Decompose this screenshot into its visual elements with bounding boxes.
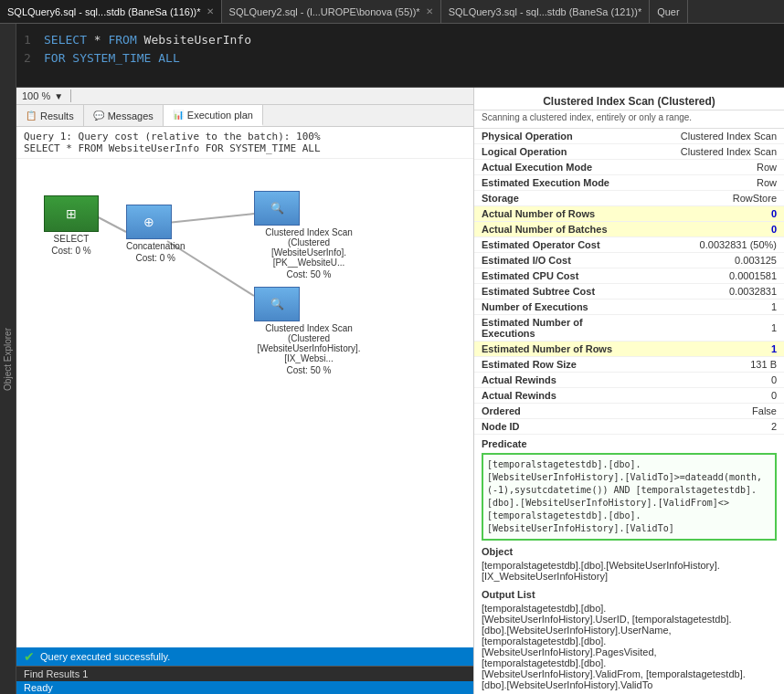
table-row: Number of Executions1	[474, 300, 784, 315]
tab-results-label: Results	[40, 110, 74, 121]
main-area: Object Explorer 12 SELECT * FROM Website…	[0, 24, 784, 694]
output-list-text: [temporalstagetestdb].[dbo]. [WebsiteUse…	[474, 602, 784, 694]
tab-messages-label: Messages	[108, 110, 154, 121]
prop-label: Physical Operation	[474, 129, 644, 144]
prop-value: Clustered Index Scan	[644, 144, 784, 160]
tab-sqlquery6[interactable]: SQLQuery6.sql - sql...stdb (BaneSa (116)…	[0, 0, 222, 23]
prop-value: 2	[644, 419, 784, 435]
table-row: Logical OperationClustered Index Scan	[474, 144, 784, 160]
prop-label: Actual Number of Rows	[474, 206, 644, 222]
prop-value: 1	[644, 300, 784, 315]
object-header: Object	[474, 542, 784, 559]
prop-value: RowStore	[644, 191, 784, 206]
prop-label: Estimated Execution Mode	[474, 175, 644, 191]
prop-value: 0.003125	[644, 253, 784, 268]
table-row: Estimated Number of Rows1	[474, 342, 784, 357]
query-info-line1: Query 1: Query cost (relative to the bat…	[24, 131, 466, 142]
prop-label: Actual Execution Mode	[474, 160, 644, 175]
prop-value: Row	[644, 160, 784, 175]
query-info-line2: SELECT * FROM WebsiteUserInfo FOR SYSTEM…	[24, 142, 466, 154]
prop-label: Ordered	[474, 404, 644, 419]
prop-label: Actual Number of Batches	[474, 222, 644, 237]
status-success-icon: ✔	[24, 649, 35, 664]
prop-value: 0.0001581	[644, 268, 784, 284]
table-row: Estimated Row Size131 B	[474, 357, 784, 373]
result-tabs: 📋 Results 💬 Messages 📊 Execution plan	[16, 105, 473, 127]
code-line1: SELECT * FROM WebsiteUserInfo	[44, 31, 777, 49]
prop-value: 0	[644, 206, 784, 222]
tab-execution-plan-label: Execution plan	[187, 110, 253, 121]
prop-label: Actual Rewinds	[474, 373, 644, 388]
table-row: Estimated I/O Cost0.003125	[474, 253, 784, 268]
table-row: Actual Number of Batches0	[474, 222, 784, 237]
select-label: SELECT	[44, 234, 99, 244]
prop-value: 1	[644, 342, 784, 357]
rp-subtitle: Scanning a clustered index, entirely or …	[474, 110, 784, 129]
object-explorer-sidebar: Object Explorer	[0, 24, 16, 694]
predicate-header: Predicate	[474, 435, 784, 451]
prop-label: Estimated Number of Executions	[474, 315, 644, 342]
clustered-scan1-cost: Cost: 50 %	[254, 269, 364, 279]
tab-sqlquery3[interactable]: SQLQuery3.sql - sql...stdb (BaneSa (121)…	[441, 0, 651, 23]
concatenation-icon: ⊕	[143, 215, 154, 229]
prop-value: 0.0032831 (50%)	[644, 237, 784, 253]
tab-sqlquery2-close[interactable]: ✕	[426, 6, 433, 16]
editor-area[interactable]: 12 SELECT * FROM WebsiteUserInfo FOR SYS…	[16, 24, 784, 88]
clustered-scan-2-node[interactable]: 🔍 Clustered Index Scan (Clustered[Websit…	[254, 287, 364, 375]
table-row: Node ID2	[474, 419, 784, 435]
status-bar: ✔ Query executed successfully.	[16, 647, 473, 666]
rp-title: Clustered Index Scan (Clustered)	[474, 88, 784, 110]
concatenation-node[interactable]: ⊕ Concatenation Cost: 0 %	[126, 205, 185, 263]
tab-sqlquery6-label: SQLQuery6.sql - sql...stdb (BaneSa (116)…	[7, 6, 201, 17]
tab-quer[interactable]: Quer	[650, 0, 687, 23]
zoom-value: 100 %	[22, 90, 50, 101]
tab-sqlquery3-label: SQLQuery3.sql - sql...stdb (BaneSa (121)…	[449, 6, 642, 17]
zoom-bar: 100 % ▼	[16, 88, 473, 105]
tab-results[interactable]: 📋 Results	[16, 105, 84, 126]
select-node[interactable]: ⊞ SELECT Cost: 0 %	[44, 195, 99, 256]
tab-bar: SQLQuery6.sql - sql...stdb (BaneSa (116)…	[0, 0, 784, 24]
prop-value: 1	[644, 315, 784, 342]
prop-label: Logical Operation	[474, 144, 644, 160]
clustered-scan2-label: Clustered Index Scan (Clustered[WebsiteU…	[254, 323, 364, 363]
clustered-scan1-icon: 🔍	[270, 202, 284, 215]
tab-sqlquery6-close[interactable]: ✕	[207, 6, 214, 16]
tab-execution-plan[interactable]: 📊 Execution plan	[164, 105, 263, 126]
prop-label: Estimated Number of Rows	[474, 342, 644, 357]
prop-label: Number of Executions	[474, 300, 644, 315]
clustered-scan1-label: Clustered Index Scan (Clustered[WebsiteU…	[254, 227, 364, 268]
properties-table: Physical OperationClustered Index ScanLo…	[474, 129, 784, 435]
plan-area: 100 % ▼ 📋 Results 💬 Messages 📊	[16, 88, 473, 694]
table-row: Actual Execution ModeRow	[474, 160, 784, 175]
prop-label: Actual Rewinds	[474, 388, 644, 404]
prop-label: Estimated I/O Cost	[474, 253, 644, 268]
clustered-scan2-cost: Cost: 50 %	[254, 365, 364, 375]
prop-label: Storage	[474, 191, 644, 206]
status-message: Query executed successfully.	[40, 651, 170, 662]
table-row: Actual Rewinds0	[474, 388, 784, 404]
tab-sqlquery2[interactable]: SQLQuery2.sql - (l...UROPE\bonova (55))*…	[222, 0, 441, 23]
table-row: Actual Number of Rows0	[474, 206, 784, 222]
object-text: [temporalstagetestdb].[dbo].[WebsiteUser…	[474, 559, 784, 585]
ready-bar: Ready	[16, 681, 473, 694]
table-row: Estimated Subtree Cost0.0032831	[474, 284, 784, 300]
tab-messages[interactable]: 💬 Messages	[84, 105, 164, 126]
table-row: Estimated CPU Cost0.0001581	[474, 268, 784, 284]
line-numbers: 12	[24, 31, 31, 67]
table-row: OrderedFalse	[474, 404, 784, 419]
zoom-arrow-icon[interactable]: ▼	[54, 91, 63, 101]
tab-quer-label: Quer	[657, 6, 679, 17]
concatenation-label: Concatenation	[126, 241, 185, 251]
prop-value: 0	[644, 388, 784, 404]
clustered-scan-1-node[interactable]: 🔍 Clustered Index Scan (Clustered[Websit…	[254, 191, 364, 279]
prop-value: 0	[644, 373, 784, 388]
predicate-text: [temporalstagetestdb].[dbo].[WebsiteUser…	[482, 453, 777, 541]
prop-label: Estimated Subtree Cost	[474, 284, 644, 300]
plan-canvas[interactable]: ⊞ SELECT Cost: 0 % ⊕ Concatenation Cost:…	[16, 159, 473, 647]
split-pane: 100 % ▼ 📋 Results 💬 Messages 📊	[16, 88, 784, 694]
find-results-label: Find Results 1	[24, 668, 88, 679]
select-icon: ⊞	[66, 206, 77, 221]
query-info: Query 1: Query cost (relative to the bat…	[16, 127, 473, 159]
prop-value: 0	[644, 222, 784, 237]
prop-label: Estimated Operator Cost	[474, 237, 644, 253]
